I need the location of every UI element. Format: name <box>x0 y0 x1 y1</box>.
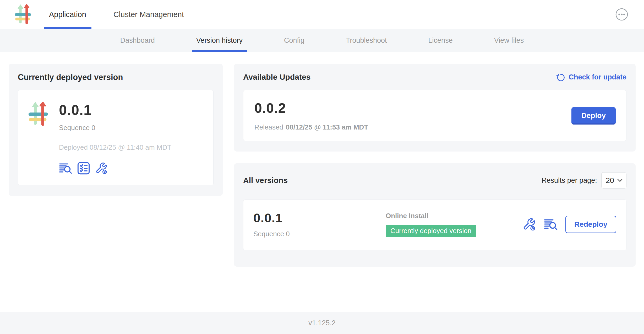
currently-deployed-badge: Currently deployed version <box>386 225 476 237</box>
deploy-button[interactable]: Deploy <box>571 107 616 125</box>
view-logs-icon <box>59 163 72 174</box>
preflight-checks-icon <box>77 162 90 175</box>
ellipsis-circle-icon <box>615 8 628 21</box>
overflow-menu-button[interactable] <box>615 8 628 21</box>
deployed-sequence: Sequence 0 <box>59 124 171 132</box>
tab-cluster-management[interactable]: Cluster Management <box>108 0 189 29</box>
currently-deployed-title: Currently deployed version <box>18 73 214 82</box>
subnav-item-troubleshoot[interactable]: Troubleshoot <box>342 29 391 52</box>
row-sequence: Sequence 0 <box>253 230 386 238</box>
preflight-checks-button[interactable] <box>77 162 90 175</box>
subnav-item-version-history[interactable]: Version history <box>192 29 247 52</box>
right-column: Available Updates Check for update 0.0.2… <box>234 64 636 267</box>
released-prefix: Released <box>254 123 283 131</box>
refresh-icon <box>556 73 565 81</box>
update-row: 0.0.2 Released08/12/25 @ 11:53 am MDT De… <box>243 90 626 141</box>
row-actions: Redeploy <box>522 216 616 233</box>
app-logo <box>15 4 31 25</box>
header-tabs: Application Cluster Management <box>44 0 189 29</box>
version-row: 0.0.1 Sequence 0 Online Install Currentl… <box>243 200 626 250</box>
check-for-update-label: Check for update <box>569 73 626 81</box>
row-status: Online Install Currently deployed versio… <box>386 212 476 237</box>
row-version-info: 0.0.1 Sequence 0 <box>253 211 386 238</box>
deployed-version-number: 0.0.1 <box>59 102 171 118</box>
app-logo-icon <box>28 102 48 126</box>
app-logo <box>28 102 48 126</box>
check-for-update-link[interactable]: Check for update <box>556 73 626 81</box>
chevron-down-icon <box>617 179 623 182</box>
released-date: 08/12/25 @ 11:53 am MDT <box>286 123 368 131</box>
subnav-item-license[interactable]: License <box>424 29 457 52</box>
subnav-item-config[interactable]: Config <box>280 29 309 52</box>
results-per-page: Results per page: 20 <box>542 172 626 188</box>
app-subnav: Dashboard Version history Config Trouble… <box>0 29 644 52</box>
deployed-version-panel: 0.0.1 Sequence 0 Deployed 08/12/25 @ 11:… <box>18 90 214 185</box>
update-info: 0.0.2 Released08/12/25 @ 11:53 am MDT <box>254 100 368 131</box>
top-header: Application Cluster Management <box>0 0 644 29</box>
tab-application-label: Application <box>49 10 86 19</box>
all-versions-card: All versions Results per page: 20 0.0.1 … <box>234 163 636 267</box>
install-type-label: Online Install <box>386 212 476 220</box>
edit-config-icon <box>522 218 536 231</box>
subnav-item-dashboard[interactable]: Dashboard <box>116 29 159 52</box>
deployed-actions <box>59 162 171 175</box>
available-updates-title: Available Updates <box>243 73 310 82</box>
deployed-timestamp: Deployed 08/12/25 @ 11:40 am MDT <box>59 143 171 152</box>
edit-config-button[interactable] <box>95 162 108 175</box>
edit-config-button[interactable] <box>522 218 536 231</box>
update-version-number: 0.0.2 <box>254 100 368 116</box>
view-logs-button[interactable] <box>59 163 72 174</box>
tab-cluster-management-label: Cluster Management <box>113 10 184 19</box>
results-per-page-label: Results per page: <box>542 176 597 185</box>
view-logs-icon <box>544 218 558 230</box>
results-per-page-value: 20 <box>606 176 614 185</box>
console-footer: v1.125.2 <box>0 312 644 334</box>
console-version: v1.125.2 <box>308 319 336 327</box>
available-updates-card: Available Updates Check for update 0.0.2… <box>234 64 636 152</box>
results-per-page-select[interactable]: 20 <box>601 172 626 188</box>
version-history-page: Currently deployed version 0.0.1 Sequenc… <box>0 52 644 267</box>
all-versions-title: All versions <box>243 176 288 185</box>
subnav-item-view-files[interactable]: View files <box>490 29 528 52</box>
currently-deployed-card: Currently deployed version 0.0.1 Sequenc… <box>9 64 223 196</box>
tab-application[interactable]: Application <box>44 0 91 29</box>
redeploy-button[interactable]: Redeploy <box>565 216 616 233</box>
app-logo-icon <box>15 4 31 25</box>
edit-config-icon <box>95 162 108 175</box>
view-logs-button[interactable] <box>544 218 558 230</box>
update-released-timestamp: Released08/12/25 @ 11:53 am MDT <box>254 123 368 131</box>
deployed-version-info: 0.0.1 Sequence 0 Deployed 08/12/25 @ 11:… <box>59 102 171 175</box>
row-version-number: 0.0.1 <box>253 211 386 225</box>
